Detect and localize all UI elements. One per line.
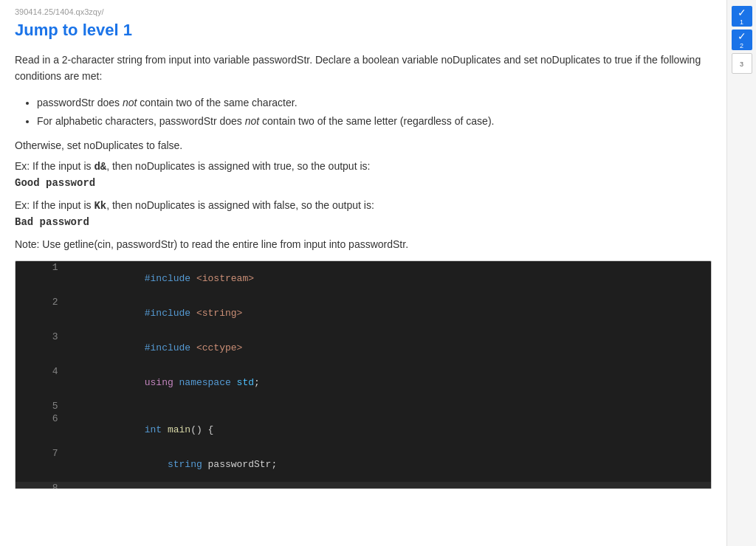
line-number: 1 <box>16 261 61 296</box>
table-row: 2 #include <string> <box>16 296 711 331</box>
otherwise-text: Otherwise, set noDuplicates to false. <box>15 139 712 151</box>
main-content: 390414.25/1404.qx3zqy/ Jump to level 1 R… <box>0 0 726 546</box>
checkmark-icon: ✓ <box>738 31 746 41</box>
example1-input: d& <box>94 161 106 173</box>
level-badge-2[interactable]: ✓ 2 <box>732 30 752 50</box>
example2-line: Ex: If the input is Kk, then noDuplicate… <box>15 199 712 212</box>
table-row: 3 #include <cctype> <box>16 331 711 365</box>
code-content[interactable]: #include <iostream> <box>61 261 711 296</box>
code-content[interactable]: #include <string> <box>61 296 711 331</box>
line-number: 8 <box>16 482 61 488</box>
code-content[interactable]: string passwordStr; <box>61 447 711 482</box>
note-text: Note: Use getline(cin, passwordStr) to r… <box>15 238 712 250</box>
breadcrumb: 390414.25/1404.qx3zqy/ <box>15 7 712 16</box>
code-editor[interactable]: 1 #include <iostream> 2 #include <string… <box>15 260 712 489</box>
bullet-item-2: For alphabetic characters, passwordStr d… <box>37 112 712 131</box>
table-row: 6 int main() { <box>16 412 711 447</box>
right-sidebar: ✓ 1 ✓ 2 3 <box>726 0 756 546</box>
level-number: 1 <box>740 18 743 26</box>
output1-block: Good password <box>15 177 712 189</box>
code-content[interactable]: int main() { <box>61 412 711 447</box>
bullet-list: passwordStr does not contain two of the … <box>37 94 712 131</box>
output2-block: Bad password <box>15 216 712 228</box>
line-number: 2 <box>16 296 61 331</box>
code-content[interactable] <box>61 400 711 412</box>
line-number: 5 <box>16 400 61 412</box>
table-row: 4 using namespace std; <box>16 365 711 400</box>
code-content[interactable]: bool <box>61 482 711 488</box>
line-number: 6 <box>16 412 61 447</box>
line-number: 4 <box>16 365 61 400</box>
code-content[interactable]: using namespace std; <box>61 365 711 400</box>
table-row: 5 <box>16 400 711 412</box>
code-table: 1 #include <iostream> 2 #include <string… <box>16 261 711 488</box>
level-badge-1[interactable]: ✓ 1 <box>732 6 752 27</box>
level-badge-3[interactable]: 3 <box>732 53 752 74</box>
code-scroll-area[interactable]: 1 #include <iostream> 2 #include <string… <box>16 261 711 488</box>
table-row: 7 string passwordStr; <box>16 447 711 482</box>
example1-line: Ex: If the input is d&, then noDuplicate… <box>15 160 712 173</box>
example2-input: Kk <box>94 200 106 212</box>
table-row: 8 bool <box>16 482 711 488</box>
level-number: 2 <box>740 42 743 49</box>
line-number: 7 <box>16 447 61 482</box>
line-number: 3 <box>16 331 61 365</box>
checkmark-icon: ✓ <box>738 7 746 18</box>
table-row: 1 #include <iostream> <box>16 261 711 296</box>
description-intro: Read in a 2-character string from input … <box>15 52 712 85</box>
level-number: 3 <box>740 61 743 68</box>
page-title: Jump to level 1 <box>15 21 712 40</box>
code-content[interactable]: #include <cctype> <box>61 331 711 365</box>
bullet-item-1: passwordStr does not contain two of the … <box>37 94 712 112</box>
